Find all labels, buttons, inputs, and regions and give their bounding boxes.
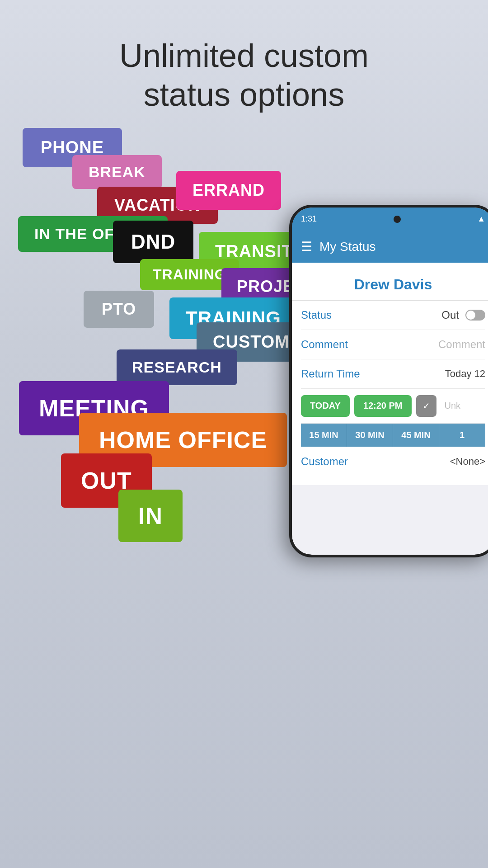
return-time-value: Today 12 — [445, 368, 485, 380]
1hour-button[interactable]: 1 — [439, 424, 485, 447]
badge-pto: PTO — [84, 291, 154, 328]
menu-icon[interactable]: ☰ — [301, 239, 312, 254]
badge-research: RESEARCH — [117, 349, 237, 385]
phone-mockup: 1:31 ▲ ☰ My Status Drew Davis Status Out — [289, 205, 488, 557]
badge-in: IN — [118, 490, 183, 542]
comment-row: Comment Comment — [301, 330, 485, 359]
45min-button[interactable]: 45 MIN — [393, 424, 439, 447]
comment-label: Comment — [301, 338, 348, 351]
phone-header-title: My Status — [319, 240, 375, 254]
15min-button[interactable]: 15 MIN — [301, 424, 347, 447]
return-time-row: Return Time Today 12 — [301, 359, 485, 389]
wifi-icon: ▲ — [477, 214, 485, 224]
customer-label: Customer — [301, 455, 348, 468]
time-button[interactable]: 12:20 PM — [354, 395, 412, 417]
return-time-label: Return Time — [301, 368, 360, 380]
user-name: Drew Davis — [301, 272, 485, 300]
status-label: Status — [301, 309, 332, 321]
title-section: Unlimited custom status options — [0, 0, 488, 128]
phone-screen: 1:31 ▲ ☰ My Status Drew Davis Status Out — [292, 208, 488, 555]
customer-row: Customer <None> — [301, 447, 485, 476]
phone-header: ☰ My Status — [292, 231, 488, 263]
phone-time: 1:31 — [301, 214, 317, 224]
customer-value: <None> — [450, 456, 485, 467]
min-buttons-row: 15 MIN 30 MIN 45 MIN 1 — [301, 424, 485, 447]
phone-camera — [394, 216, 401, 223]
status-toggle[interactable] — [465, 310, 485, 321]
badge-dnd: DND — [113, 221, 193, 263]
page-title: Unlimited custom status options — [0, 36, 488, 114]
unknown-label: Unk — [441, 395, 465, 417]
30min-button[interactable]: 30 MIN — [347, 424, 393, 447]
comment-value[interactable]: Comment — [438, 338, 485, 351]
time-buttons-row: TODAY 12:20 PM ✓ Unk — [301, 389, 485, 424]
badge-errand: ERRAND — [176, 171, 281, 210]
badge-break: BREAK — [72, 155, 162, 189]
phone-status-bar: 1:31 ▲ — [292, 208, 488, 231]
today-button[interactable]: TODAY — [301, 395, 350, 417]
check-button[interactable]: ✓ — [416, 395, 436, 417]
phone-content: Drew Davis Status Out Comment Comment Re… — [292, 263, 488, 485]
status-row: Status Out — [301, 301, 485, 330]
status-value: Out — [441, 309, 459, 321]
badges-container: PHONE BREAK VACATION ERRAND IN THE OFFIC… — [0, 128, 488, 557]
